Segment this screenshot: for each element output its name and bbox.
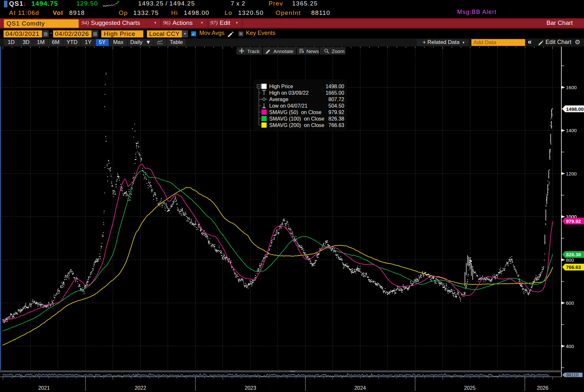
svg-text:2021: 2021 — [38, 385, 50, 391]
svg-text:2025: 2025 — [464, 385, 476, 391]
svg-text:800: 800 — [566, 257, 574, 263]
svg-text:2023: 2023 — [245, 385, 256, 391]
svg-text:Annotate: Annotate — [273, 48, 293, 54]
svg-text:Zoom: Zoom — [332, 48, 345, 54]
svg-text:1200: 1200 — [566, 171, 577, 176]
svg-text:600: 600 — [566, 300, 574, 306]
svg-text:Track: Track — [247, 48, 259, 54]
svg-text:1498.00: 1498.00 — [325, 84, 344, 89]
svg-text:400: 400 — [566, 344, 574, 349]
svg-text:SMAVG (100) on Close: SMAVG (100) on Close — [269, 116, 325, 122]
svg-text:News: News — [306, 48, 319, 54]
svg-text:88110: 88110 — [566, 372, 578, 377]
svg-text:766.63: 766.63 — [328, 122, 344, 128]
svg-text:2026: 2026 — [537, 385, 548, 391]
svg-text:826.38: 826.38 — [566, 252, 581, 257]
svg-text:1498.00: 1498.00 — [566, 106, 584, 112]
svg-text:Low on 04/07/21: Low on 04/07/21 — [269, 103, 307, 109]
svg-text:1600: 1600 — [566, 85, 577, 90]
svg-text:SMAVG (50) on Close: SMAVG (50) on Close — [269, 110, 322, 115]
svg-text:High Price: High Price — [269, 84, 293, 89]
svg-text:SMAVG (200) on Close: SMAVG (200) on Close — [269, 122, 325, 128]
svg-text:979.92: 979.92 — [328, 110, 344, 115]
svg-text:979.92: 979.92 — [566, 218, 581, 224]
svg-text:2022: 2022 — [135, 385, 146, 391]
svg-text:2024: 2024 — [354, 385, 366, 391]
svg-text:807.72: 807.72 — [328, 97, 344, 102]
svg-text:1400: 1400 — [566, 128, 577, 133]
svg-text:766.63: 766.63 — [566, 264, 581, 270]
svg-text:826.38: 826.38 — [328, 116, 344, 122]
svg-text:High on 03/09/22: High on 03/09/22 — [269, 90, 309, 96]
svg-text:Average: Average — [269, 97, 288, 102]
svg-text:504.50: 504.50 — [328, 103, 344, 109]
svg-text:1665.00: 1665.00 — [325, 90, 344, 96]
